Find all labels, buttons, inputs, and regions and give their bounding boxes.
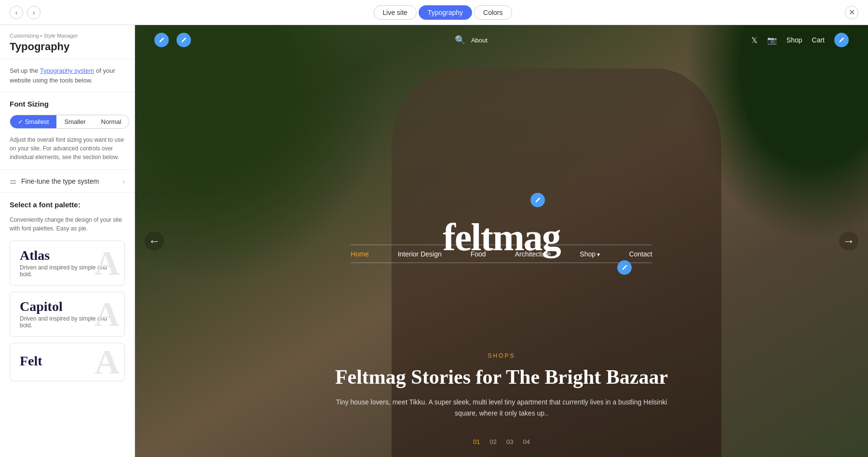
palette-description: Conveniently change the design of your s…	[10, 215, 125, 233]
edit-nav-dot-2[interactable]	[176, 33, 191, 47]
menu-food[interactable]: Food	[471, 250, 486, 258]
nav-left	[154, 33, 191, 47]
left-panel: Customizing • Style Manager Typography S…	[0, 25, 135, 457]
panel-description: Set up the Typography system of your web…	[0, 59, 135, 92]
slide-dot-2[interactable]: 02	[490, 438, 497, 445]
chevron-right-icon: ›	[122, 177, 125, 185]
font-sizing-note: Adjust the overall font sizing you want …	[10, 135, 125, 161]
panel-header: Customizing • Style Manager Typography	[0, 25, 135, 59]
slide-arrow-left[interactable]: ←	[145, 231, 164, 251]
palette-atlas[interactable]: Atlas Driven and inspired by simple and …	[10, 241, 125, 286]
search-icon[interactable]: 🔍	[455, 35, 465, 45]
font-palette-title: Select a font palette:	[10, 201, 125, 209]
tab-typography[interactable]: Typography	[419, 5, 472, 20]
menu-shop[interactable]: Shop	[580, 250, 600, 258]
website-preview: 🔍 About 𝕏 📷 Shop Cart feltmag	[135, 25, 868, 457]
font-size-normal[interactable]: Normal	[94, 115, 129, 128]
twitter-icon[interactable]: 𝕏	[751, 36, 758, 45]
fine-tune-row[interactable]: ⚌ Fine-tune the type system ›	[0, 169, 135, 193]
breadcrumb: Customizing • Style Manager	[10, 33, 125, 39]
description-text: Set up the	[10, 67, 40, 74]
site-nav: 🔍 About 𝕏 📷 Shop Cart	[135, 25, 868, 55]
font-size-toggle: ✓ Smallest Smaller Normal	[10, 115, 129, 129]
menu-interior-design[interactable]: Interior Design	[398, 250, 442, 258]
nav-links: 🔍 About	[455, 35, 488, 45]
checkmark-icon: ✓	[18, 118, 25, 125]
edit-logo-dot[interactable]	[154, 33, 169, 47]
cart-link[interactable]: Cart	[812, 36, 825, 44]
slide-category: SHOPS	[333, 352, 670, 359]
palette-atlas-letter: A	[95, 246, 120, 281]
slide-arrow-right[interactable]: →	[839, 231, 858, 251]
menu-home[interactable]: Home	[351, 250, 368, 258]
font-palette-section: Select a font palette: Conveniently chan…	[0, 193, 135, 395]
preview-area: 🔍 About 𝕏 📷 Shop Cart feltmag	[135, 25, 868, 457]
main-layout: Customizing • Style Manager Typography S…	[0, 25, 868, 457]
nav-forward-button[interactable]: ›	[27, 6, 41, 19]
slide-indicators: 01 02 03 04	[473, 438, 530, 445]
palette-felt-letter: A	[95, 345, 120, 379]
about-link[interactable]: About	[471, 37, 488, 44]
menu-contact[interactable]: Contact	[629, 250, 652, 258]
font-size-smaller[interactable]: Smaller	[56, 115, 93, 128]
edit-logo-overlay[interactable]	[530, 193, 545, 207]
slide-dot-1[interactable]: 01	[473, 438, 480, 445]
site-menu: Home Interior Design Food Architecture S…	[351, 245, 652, 263]
fine-tune-left: ⚌ Fine-tune the type system	[10, 176, 99, 186]
nav-right: 𝕏 📷 Shop Cart	[751, 33, 849, 47]
nav-back-button[interactable]: ‹	[10, 6, 23, 19]
edit-menu-dot[interactable]	[617, 260, 632, 275]
instagram-icon[interactable]: 📷	[767, 36, 777, 45]
edit-logo-dot-main[interactable]	[530, 193, 545, 207]
sliders-icon: ⚌	[10, 176, 16, 186]
shop-link[interactable]: Shop	[787, 36, 802, 44]
top-bar-right: ✕	[845, 6, 858, 19]
slide-dot-4[interactable]: 04	[523, 438, 529, 445]
edit-menu-overlay[interactable]	[617, 260, 632, 275]
tab-live-site[interactable]: Live site	[374, 5, 417, 20]
top-bar-left: ‹ ›	[10, 6, 41, 19]
font-sizing-title: Font Sizing	[10, 100, 125, 108]
fine-tune-label: Fine-tune the type system	[21, 177, 99, 185]
slide-subtitle: Tiny house lovers, meet Tikku. A super s…	[333, 397, 670, 418]
menu-architecture[interactable]: Architecture	[515, 250, 551, 258]
tab-colors[interactable]: Colors	[474, 5, 512, 20]
palette-capitol[interactable]: Capitol Driven and inspired by simple an…	[10, 292, 125, 337]
top-bar: ‹ › Live site Typography Colors ✕	[0, 0, 868, 25]
font-size-smallest[interactable]: ✓ Smallest	[10, 115, 56, 128]
close-button[interactable]: ✕	[845, 6, 858, 19]
palette-felt[interactable]: Felt A	[10, 343, 125, 381]
top-bar-tabs: Live site Typography Colors	[374, 5, 512, 20]
panel-title: Typography	[10, 40, 125, 53]
palette-capitol-letter: A	[95, 297, 120, 332]
slide-content: SHOPS Feltmag Stories for The Bright Baz…	[333, 352, 670, 418]
slide-title: Feltmag Stories for The Bright Bazaar	[333, 365, 670, 389]
edit-cart-dot[interactable]	[834, 33, 849, 47]
slide-dot-3[interactable]: 03	[506, 438, 513, 445]
typography-system-link[interactable]: Typography system	[40, 67, 95, 74]
font-sizing-section: Font Sizing ✓ Smallest Smaller Normal Ad…	[0, 92, 135, 169]
